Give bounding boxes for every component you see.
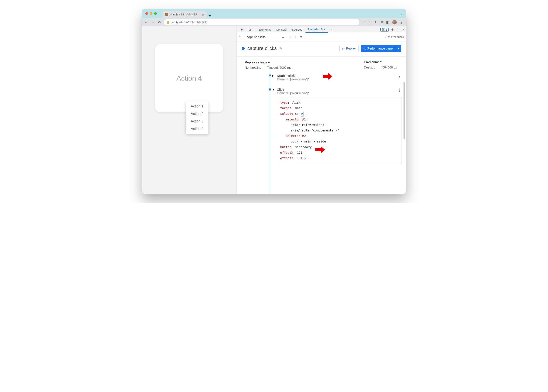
chevron-down-icon: ⌄ (282, 35, 284, 39)
tab-strip: double click, right click × + (162, 9, 213, 18)
extensions-icon[interactable]: ✦ (374, 20, 377, 24)
tab-close-icon[interactable]: × (324, 28, 325, 31)
tab-close-icon[interactable]: × (202, 13, 204, 16)
settings-row: Replay settings ▸ No throttling Timeout:… (237, 56, 406, 69)
browser-menu-icon[interactable]: ⋮ (400, 20, 403, 24)
page-viewport: Action 4 Action 1 Action 2 Action 3 Acti… (142, 26, 237, 194)
tab-sources[interactable]: Sources (290, 26, 305, 33)
step-menu-icon[interactable]: ⋮ (398, 88, 402, 92)
step-item: ▼ Click Element "[role="main"]" ⋮ type: … (272, 88, 402, 164)
timeout-value: Timeout: 5000 ms (267, 66, 291, 69)
share-icon[interactable]: ⇪ (362, 20, 365, 24)
steps-list: ▶ Double click Element "[role="main"]" ⋮ (237, 69, 406, 194)
toolbar-actions: ⇪ ☆ ✦ ⚗ ◧ ⋮ (361, 20, 404, 24)
tab-recorder[interactable]: Recorder ⚗ × (305, 26, 328, 33)
maximize-window-icon[interactable] (154, 12, 157, 15)
import-icon[interactable]: ⤵ (295, 35, 296, 39)
tab-console[interactable]: Console (274, 26, 289, 33)
key-target: target (280, 106, 291, 110)
more-tabs-icon[interactable]: » (329, 26, 335, 33)
key-offsety: offsetY (280, 156, 293, 160)
export-icon[interactable]: ⤴ (290, 35, 292, 39)
step-subtitle: Element "[role="main"]" (277, 77, 395, 81)
delete-icon[interactable]: 🗑 (300, 35, 303, 39)
titlebar: double click, right click × + ⌄ (142, 9, 406, 18)
key-button: button (280, 145, 291, 149)
selector-line[interactable]: aria/[role="main"] (280, 122, 398, 128)
selector-line[interactable]: aria/[role="complementary"] (280, 128, 398, 133)
menu-item[interactable]: Action 3 (186, 118, 208, 125)
replay-button[interactable]: ▷ Replay (339, 45, 358, 52)
menu-item[interactable]: Action 2 (186, 110, 208, 118)
flask-icon: ⚗ (320, 28, 323, 31)
key-offsetx: offsetX (280, 151, 293, 154)
devtools-panel: ◩ ⧉ Elements Console Sources Recorder ⚗ … (237, 26, 406, 194)
devtools-close-icon[interactable]: ✕ (402, 28, 404, 31)
recording-select[interactable]: capture clicks ⌄ (247, 35, 284, 39)
val-button[interactable]: secondary (295, 145, 312, 149)
back-button[interactable]: ← (144, 20, 148, 24)
tab-list-chevron-icon[interactable]: ⌄ (400, 12, 403, 15)
val-offsety[interactable]: 191.5 (297, 156, 306, 160)
caret-right-icon[interactable]: ▶ (272, 74, 275, 77)
recording-title: capture clicks (247, 46, 277, 51)
step-title[interactable]: Double click (277, 74, 395, 77)
step-title[interactable]: Click (277, 88, 395, 91)
recording-status-dot-icon (242, 47, 245, 50)
devtools-tabbar: ◩ ⧉ Elements Console Sources Recorder ⚗ … (237, 26, 406, 33)
menu-item[interactable]: Action 1 (186, 103, 208, 110)
traffic-lights (142, 12, 160, 15)
address-bar[interactable]: 🔒 jec.fyi/demo/dbl-right-click (164, 19, 359, 25)
labs-icon[interactable]: ⚗ (380, 20, 383, 24)
lock-icon: 🔒 (167, 21, 170, 24)
bookmark-icon[interactable]: ☆ (368, 20, 371, 24)
minimize-window-icon[interactable] (150, 12, 152, 15)
device-value: Desktop (364, 66, 375, 69)
scrollbar[interactable] (403, 82, 405, 139)
annotation-arrow-icon (316, 143, 325, 159)
val-type[interactable]: click (291, 101, 301, 104)
add-recording-button[interactable]: + (239, 35, 241, 39)
menu-item[interactable]: Action 4 (186, 125, 208, 133)
environment-heading: Environment (364, 60, 397, 64)
send-feedback-link[interactable]: Send feedback (386, 35, 404, 39)
browser-tab[interactable]: double click, right click × (162, 11, 207, 18)
recorder-toolbar: + capture clicks ⌄ ⤴ ⤵ 🗑 Send feedback (237, 33, 406, 41)
key-type: type (280, 101, 288, 104)
key-selectors: selectors (280, 112, 297, 115)
reload-button[interactable]: ⟳ (157, 20, 162, 24)
replay-settings-heading[interactable]: Replay settings ▸ (245, 60, 291, 64)
caret-down-icon[interactable]: ▼ (272, 88, 275, 91)
card-label: Action 4 (176, 74, 202, 82)
performance-panel-dropdown[interactable]: ▾ (396, 45, 401, 52)
recording-header: capture clicks ✎ ▷ Replay ◷ Performance … (237, 41, 406, 55)
context-menu: Action 1 Action 2 Action 3 Action 4 (186, 101, 208, 134)
play-icon: ▷ (342, 47, 345, 50)
url-text: jec.fyi/demo/dbl-right-click (171, 21, 207, 24)
performance-panel-button[interactable]: ◷ Performance panel (361, 45, 396, 52)
devtools-menu-icon[interactable]: ⋮ (396, 28, 399, 31)
inspect-icon[interactable]: ◩ (239, 26, 246, 33)
settings-gear-icon[interactable]: ⚙ (391, 28, 394, 31)
viewport-value: 458×566 px (381, 66, 397, 69)
device-toggle-icon[interactable]: ⧉ (246, 26, 253, 33)
close-window-icon[interactable] (145, 12, 148, 15)
profile-avatar[interactable] (392, 20, 397, 24)
tab-favicon-icon (165, 13, 168, 16)
panel-icon[interactable]: ◧ (386, 20, 389, 24)
element-picker-icon[interactable]: ◩ (301, 112, 304, 117)
issues-badge[interactable]: 💬 1 (380, 28, 388, 32)
gauge-icon: ◷ (363, 47, 366, 50)
val-target[interactable]: main (295, 106, 302, 110)
edit-title-icon[interactable]: ✎ (279, 47, 282, 51)
val-offsetx[interactable]: 171 (297, 151, 302, 154)
new-tab-button[interactable]: + (207, 14, 213, 18)
step-subtitle: Element "[role="main"]" (277, 91, 395, 95)
selector-line[interactable]: body > main > aside (280, 139, 398, 144)
step-dot-icon (269, 89, 271, 91)
tab-title: double click, right click (170, 13, 197, 16)
key-selector2: selector #2 (285, 134, 306, 138)
tab-elements[interactable]: Elements (257, 26, 273, 33)
step-menu-icon[interactable]: ⋮ (398, 74, 402, 79)
browser-window: double click, right click × + ⌄ ← → ⟳ 🔒 … (142, 9, 406, 194)
